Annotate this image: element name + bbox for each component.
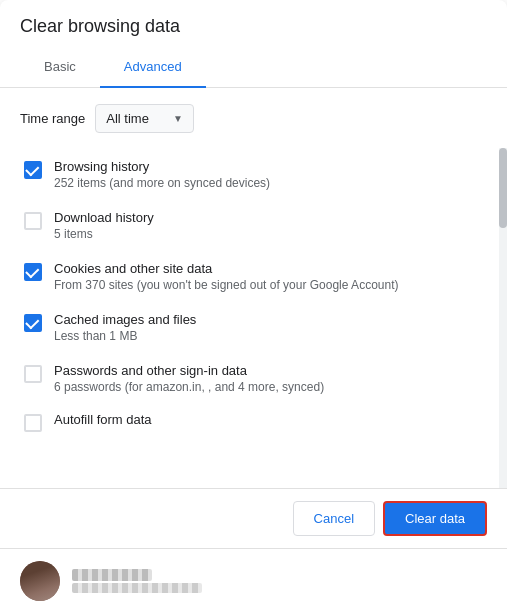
download-history-desc: 5 items [54, 227, 154, 241]
cache-label: Cached images and files [54, 312, 196, 327]
dialog-footer: Cancel Clear data [0, 488, 507, 548]
tab-advanced[interactable]: Advanced [100, 47, 206, 88]
browsing-history-checkbox[interactable] [24, 161, 42, 179]
user-section [0, 548, 507, 613]
passwords-desc: 6 passwords (for amazon.in, , and 4 more… [54, 380, 324, 394]
chevron-down-icon: ▼ [173, 113, 183, 124]
tab-basic[interactable]: Basic [20, 47, 100, 88]
time-range-select[interactable]: All time ▼ [95, 104, 194, 133]
download-history-checkbox[interactable] [24, 212, 42, 230]
time-range-label: Time range [20, 111, 85, 126]
passwords-label: Passwords and other sign-in data [54, 363, 324, 378]
autofill-label: Autofill form data [54, 412, 152, 427]
browsing-history-desc: 252 items (and more on synced devices) [54, 176, 270, 190]
list-item: Passwords and other sign-in data 6 passw… [20, 353, 479, 404]
clear-browsing-dialog: Clear browsing data Basic Advanced Time … [0, 0, 507, 613]
checkbox-list: Browsing history 252 items (and more on … [20, 149, 479, 432]
user-email [72, 583, 202, 593]
cache-checkbox[interactable] [24, 314, 42, 332]
autofill-checkbox[interactable] [24, 414, 42, 432]
clear-data-button[interactable]: Clear data [383, 501, 487, 536]
time-range-value: All time [106, 111, 149, 126]
list-item: Cached images and files Less than 1 MB [20, 302, 479, 353]
user-name [72, 569, 152, 581]
cache-desc: Less than 1 MB [54, 329, 196, 343]
time-range-row: Time range All time ▼ [20, 104, 479, 133]
list-item: Browsing history 252 items (and more on … [20, 149, 479, 200]
browsing-history-label: Browsing history [54, 159, 270, 174]
download-history-label: Download history [54, 210, 154, 225]
cookies-label: Cookies and other site data [54, 261, 398, 276]
tab-bar: Basic Advanced [0, 47, 507, 88]
avatar [20, 561, 60, 601]
scrollbar[interactable] [499, 148, 507, 488]
list-item: Download history 5 items [20, 200, 479, 251]
cancel-button[interactable]: Cancel [293, 501, 375, 536]
user-info [72, 569, 202, 593]
cookies-desc: From 370 sites (you won't be signed out … [54, 278, 398, 292]
passwords-checkbox[interactable] [24, 365, 42, 383]
list-item: Cookies and other site data From 370 sit… [20, 251, 479, 302]
list-item: Autofill form data [20, 404, 479, 432]
scroll-thumb[interactable] [499, 148, 507, 228]
cookies-checkbox[interactable] [24, 263, 42, 281]
dialog-title: Clear browsing data [0, 0, 507, 47]
